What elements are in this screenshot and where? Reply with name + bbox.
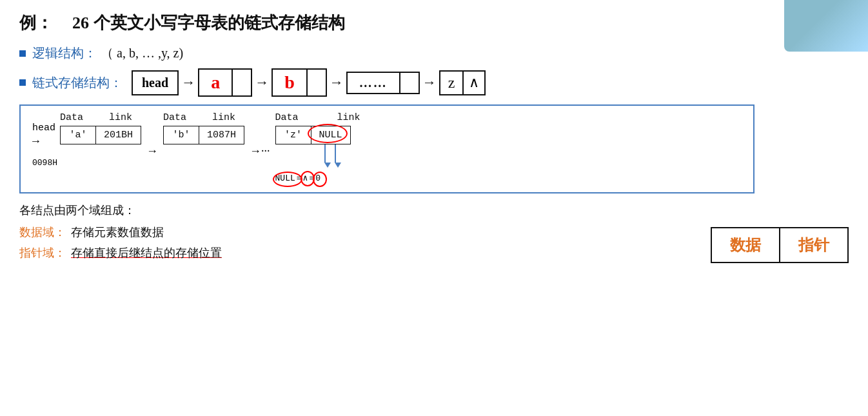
mem-arrow-1: →	[146, 144, 158, 158]
chain-bullet-row: 链式存储结构： head → a → b → …… → z ∧	[19, 68, 849, 97]
mem-node-1: Data link 'a' 201BH	[60, 112, 141, 144]
bottom-section: 各结点由两个域组成： 数据域： 存储元素数值数据 指针域： 存储直接后继结点的存…	[19, 203, 849, 263]
node-z: z ∧	[439, 70, 486, 95]
mem-node-2-link: 1087H	[199, 126, 244, 144]
mem-node-2-header: Data link	[163, 112, 235, 123]
chain-bullet-icon	[19, 79, 26, 86]
ptr-field-text: 存储直接后继结点的存储位置	[71, 245, 222, 261]
node-dots: ……	[346, 72, 420, 94]
mem-node-3-cells: 'z' NULL	[275, 126, 351, 144]
arrow-3: →	[422, 74, 437, 91]
dp-data-cell: 数据	[712, 228, 780, 262]
head-box: head	[132, 70, 179, 95]
node-z-end: ∧	[464, 72, 484, 94]
node-dots-data: ……	[348, 73, 400, 93]
nodes-desc: 各结点由两个域组成：	[19, 203, 849, 218]
field-desc: 数据域： 存储元素数值数据 指针域： 存储直接后继结点的存储位置	[19, 224, 659, 261]
blue-arrow-2	[335, 144, 336, 163]
blue-arrow-1	[324, 144, 326, 163]
node-a: a	[198, 68, 252, 97]
null-annotations-area: NULL = ∧ = 0	[275, 144, 353, 183]
mem-node-3-header: Data link	[275, 112, 360, 123]
memory-box: head → 0098H Data link 'a' 201BH → Dat	[19, 104, 755, 193]
null-equation: NULL = ∧ = 0	[275, 173, 321, 183]
mem-node-2-cells: 'b' 1087H	[163, 126, 244, 144]
ptr-field-row: 指针域： 存储直接后继结点的存储位置	[19, 245, 659, 261]
node-a-data: a	[199, 70, 233, 95]
logic-label: 逻辑结构：	[32, 45, 97, 62]
null-circle	[308, 124, 348, 143]
data-pointer-box: 数据 指针	[711, 227, 849, 263]
eq-sign-2: =	[309, 173, 314, 183]
mem-node-2-data: 'b'	[164, 126, 199, 144]
blue-arrow-1-head	[324, 163, 331, 168]
mem-node-3-link: NULL	[311, 126, 350, 144]
mem-head-addr: 0098H	[32, 158, 57, 168]
node-a-ptr	[233, 70, 251, 95]
arrow-0: →	[181, 74, 195, 91]
null-text-1: NULL	[275, 173, 295, 183]
arrow-1: →	[255, 74, 269, 91]
chain-label: 链式存储结构：	[32, 74, 123, 92]
node-z-data: z	[440, 72, 464, 94]
blue-arrow-2-head	[335, 163, 341, 168]
mem-node-2: Data link 'b' 1087H	[163, 112, 244, 144]
title-row: 例： 26 个英文小写字母表的链式存储结构	[19, 12, 849, 34]
mem-node-2-data-header: Data	[163, 112, 186, 123]
bullet-icon	[19, 50, 26, 57]
mem-head-label: head → 0098H	[32, 123, 57, 168]
logic-content: （ a, b, … ,y, z)	[101, 45, 183, 62]
data-field-text: 存储元素数值数据	[71, 224, 164, 240]
mem-node-3-data-header: Data	[275, 112, 299, 123]
memory-inner: head → 0098H Data link 'a' 201BH → Dat	[32, 112, 742, 183]
example-label: 例：	[19, 12, 53, 34]
data-field-label: 数据域：	[19, 224, 66, 240]
mem-node-3: Data link 'z' NULL	[275, 112, 360, 183]
logic-bullet-row: 逻辑结构： （ a, b, … ,y, z)	[19, 45, 849, 62]
null-caret: ∧	[303, 173, 308, 183]
title-text: 26 个英文小写字母表的链式存储结构	[72, 12, 345, 34]
mem-node-2-link-header: link	[212, 112, 235, 123]
mem-node-3-data: 'z'	[276, 126, 311, 144]
data-field-row: 数据域： 存储元素数值数据	[19, 224, 659, 240]
field-rows: 数据域： 存储元素数值数据 指针域： 存储直接后继结点的存储位置 数据 指针	[19, 224, 849, 263]
node-dots-ptr	[400, 73, 419, 93]
mem-node-1-data: 'a'	[61, 126, 96, 144]
arrow-2: →	[330, 74, 344, 91]
mem-node-1-data-header: Data	[60, 112, 83, 123]
mem-head-arrow: →	[32, 135, 57, 148]
mem-node-3-link-header: link	[337, 112, 360, 123]
main-container: 例： 26 个英文小写字母表的链式存储结构 逻辑结构： （ a, b, … ,y…	[0, 0, 868, 270]
ptr-field-label: 指针域：	[19, 245, 66, 261]
node-b-data: b	[273, 70, 308, 95]
mem-arrow-2: →···	[250, 144, 270, 158]
dp-ptr-cell: 指针	[780, 228, 847, 262]
eq-sign-1: =	[297, 173, 302, 183]
mem-head-text: head	[32, 123, 57, 134]
mem-node-1-cells: 'a' 201BH	[60, 126, 141, 144]
node-b-ptr	[308, 70, 326, 95]
head-box-label: head	[142, 75, 168, 90]
mem-node-1-link-header: link	[109, 112, 132, 123]
mem-node-1-header: Data link	[60, 112, 132, 123]
null-zero: 0	[315, 173, 321, 183]
node-b: b	[271, 68, 327, 97]
mem-node-1-link: 201BH	[96, 126, 141, 144]
